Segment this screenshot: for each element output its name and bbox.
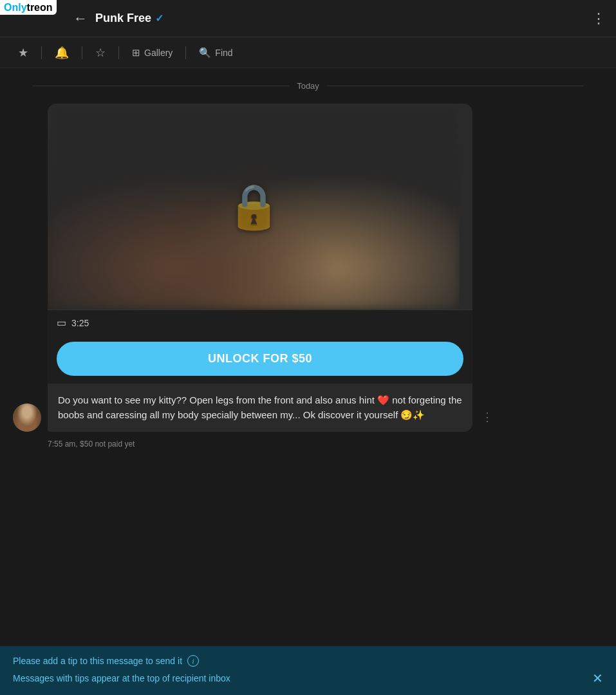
toolbar-divider-1: [41, 46, 42, 59]
chat-area: Today 🔒 ▭ 3:25 UNLOCK FOR $50: [0, 68, 616, 449]
tip-row-1: Please add a tip to this message to send…: [13, 655, 603, 667]
tip-message: Please add a tip to this message to send…: [13, 656, 182, 666]
close-tip-button[interactable]: ✕: [592, 671, 603, 686]
find-button[interactable]: 🔍 Find: [194, 44, 238, 61]
lock-icon: 🔒: [227, 181, 281, 232]
find-icon: 🔍: [199, 47, 211, 59]
toolbar: ★ 🔔 ☆ ⊞ Gallery 🔍 Find: [0, 37, 616, 68]
video-duration: 3:25: [71, 318, 89, 328]
date-label: Today: [297, 81, 319, 91]
info-icon[interactable]: i: [187, 655, 199, 667]
toolbar-divider-4: [185, 46, 186, 59]
gallery-icon: ⊞: [132, 47, 140, 59]
bookmark-icon[interactable]: ☆: [90, 43, 111, 62]
logo-only-text: Only: [4, 2, 27, 13]
toolbar-divider-3: [118, 46, 119, 59]
message-row: 🔒 ▭ 3:25 UNLOCK FOR $50 Do you want to s…: [13, 104, 603, 432]
find-label: Find: [215, 48, 232, 58]
verified-icon: ✓: [155, 12, 163, 24]
tip-bar: Please add a tip to this message to send…: [0, 646, 616, 695]
message-text: Do you want to see my kitty?? Open legs …: [48, 384, 472, 432]
app-logo: Onlytreon: [0, 0, 57, 15]
star-icon[interactable]: ★: [13, 43, 33, 62]
date-separator: Today: [13, 68, 603, 104]
username-label: Punk Free: [95, 12, 151, 25]
gallery-label: Gallery: [144, 48, 173, 58]
payment-status: $50 not paid yet: [80, 440, 135, 449]
header-more-button[interactable]: ⋮: [592, 10, 607, 27]
inbox-message: Messages with tips appear at the top of …: [13, 673, 230, 683]
locked-content: 🔒: [48, 104, 460, 310]
chat-username: Punk Free ✓: [95, 12, 163, 25]
video-info-bar: ▭ 3:25: [48, 310, 472, 335]
back-button[interactable]: ←: [73, 10, 88, 27]
bell-icon[interactable]: 🔔: [50, 43, 74, 62]
message-bubble: 🔒 ▭ 3:25 UNLOCK FOR $50 Do you want to s…: [48, 104, 472, 432]
tip-row-2: Messages with tips appear at the top of …: [13, 671, 603, 686]
unlock-button-wrap: UNLOCK FOR $50: [48, 335, 472, 384]
toolbar-divider-2: [82, 46, 82, 59]
video-camera-icon: ▭: [57, 317, 66, 329]
header: Onlytreon ← Punk Free ✓ ⋮: [0, 0, 616, 37]
logo-fans-text: treon: [27, 2, 53, 13]
message-meta: 7:55 am, $50 not paid yet: [13, 437, 603, 449]
timestamp: 7:55 am,: [48, 440, 78, 449]
unlock-button[interactable]: UNLOCK FOR $50: [57, 342, 463, 376]
avatar: [13, 403, 41, 432]
avatar-image: [13, 403, 41, 432]
gallery-button[interactable]: ⊞ Gallery: [127, 44, 178, 61]
message-more-button[interactable]: ⋮: [479, 407, 496, 427]
lock-icon-wrap: 🔒: [227, 181, 281, 232]
